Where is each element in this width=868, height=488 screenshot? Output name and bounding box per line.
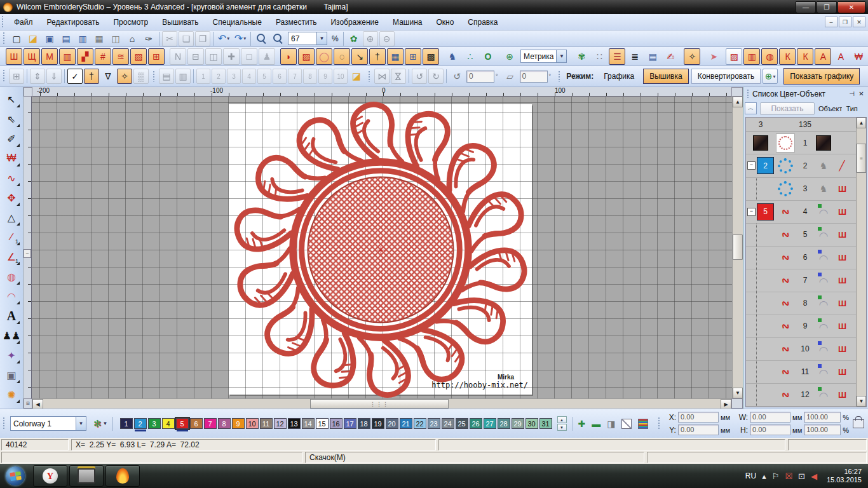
redo-icon[interactable]: ↷▾ (233, 31, 248, 46)
cycle-colors-icon[interactable]: ◨ (607, 419, 615, 429)
h-field[interactable]: 0.00 (750, 424, 790, 435)
color-swatch-17[interactable]: 17 (344, 418, 356, 429)
print-preview-icon[interactable]: ◫ (108, 31, 123, 46)
object-row-2[interactable]: −22♞╱ (746, 154, 856, 177)
colorway-dropdown-icon[interactable]: ▼ (76, 417, 86, 430)
zigzag-left-icon[interactable]: К (779, 48, 796, 65)
needle-point-icon[interactable]: † (369, 48, 386, 65)
contour-fill-icon[interactable]: ≋ (112, 48, 129, 65)
point-run-icon[interactable]: ↘ (351, 48, 368, 65)
language-indicator[interactable]: RU (745, 471, 756, 480)
color-swatch-31[interactable]: 31 (539, 418, 552, 429)
color-swatch-11[interactable]: 11 (260, 418, 273, 429)
measure-units-combo[interactable]: Метрика▼ (520, 50, 567, 63)
start-button[interactable] (3, 466, 28, 486)
w-percent-field[interactable]: 100.00 (804, 412, 841, 423)
motif-run-icon[interactable]: М (41, 48, 58, 65)
object-row-10[interactable]: ∿10◠Ш (746, 338, 856, 361)
mdi-close-icon[interactable]: ✕ (853, 17, 865, 27)
y-field[interactable]: 0.00 (678, 424, 719, 435)
object-row-4[interactable]: −5∿4◠Ш (746, 201, 856, 224)
stitch-object-thumbnail[interactable]: ∿ (778, 364, 792, 380)
color-swatch-9[interactable]: 9 (232, 418, 245, 429)
panel-scroll-down-icon[interactable]: ▼ (857, 396, 866, 407)
horizontal-scroll-thumb[interactable]: ⋮⋮⋮ (310, 399, 449, 409)
colorway-combo[interactable]: Colorway 1 ▼ (10, 416, 86, 431)
vertical-scrollbar[interactable]: ▲ ▼ (732, 97, 743, 398)
auto-hatch-icon[interactable]: ▨ (726, 48, 742, 65)
undo-icon-dropdown[interactable]: ▾ (227, 36, 229, 41)
hoop-globe-icon[interactable]: ⊕▾ (763, 69, 778, 84)
satin-object-icon[interactable]: ◗ (280, 48, 297, 65)
stitch-object-thumbnail[interactable]: ∿ (778, 227, 792, 243)
object-row-6[interactable]: ∿6◠Ш (746, 247, 856, 269)
object-row-11[interactable]: ∿11◠Ш (746, 361, 856, 384)
convert-button[interactable]: Конвертировать (691, 69, 761, 84)
color-swatch-21[interactable]: 21 (400, 418, 412, 429)
color-swatch-29[interactable]: 29 (512, 418, 524, 429)
horizontal-scroll-track[interactable]: ⋮⋮⋮ (43, 399, 721, 409)
rotate-angle-icon[interactable]: ↺ (449, 69, 465, 84)
stitch-list-icon[interactable]: ≣ (627, 48, 643, 65)
thread-chart-icon[interactable] (638, 419, 648, 429)
color-swatch-28[interactable]: 28 (498, 418, 510, 429)
grid-fill-icon[interactable]: # (95, 48, 111, 65)
satin-fill-icon[interactable]: Щ (24, 48, 40, 65)
color-swatch-14[interactable]: 14 (302, 418, 315, 429)
object-row-12[interactable]: ∿12◠Ш (746, 384, 856, 407)
zoom-factor-icon[interactable] (270, 31, 285, 46)
panel-close-icon[interactable]: ✕ (857, 90, 866, 98)
skew-angle-input[interactable]: 0 (520, 71, 548, 83)
overview-window-icon[interactable]: ✿ (346, 31, 362, 46)
sewing-machine-icon[interactable]: ⌂ (125, 31, 140, 46)
column-fill-icon[interactable]: ▥ (59, 48, 76, 65)
buddies-tool[interactable]: ♟♟ (2, 326, 21, 345)
volume-muted-icon[interactable]: ◀ (811, 471, 817, 481)
world-design-icon[interactable]: ⊛ (501, 48, 518, 65)
grid-table-icon[interactable]: ⊞ (405, 48, 421, 65)
stitch-object-thumbnail[interactable]: ∿ (778, 341, 792, 357)
stitch-object-thumbnail[interactable]: ∿ (778, 295, 792, 311)
color-swatch-10[interactable]: 10 (246, 418, 259, 429)
minimize-button[interactable]: — (796, 1, 816, 13)
menu-item-7[interactable]: Изображение (323, 16, 386, 29)
color-swatch-30[interactable]: 30 (526, 418, 538, 429)
scroll-down-icon[interactable]: ▼ (733, 388, 743, 398)
grid-view-icon[interactable]: ▦ (387, 48, 403, 65)
color-swatch-24[interactable]: 24 (442, 418, 454, 429)
node-add-icon[interactable]: ✧ (117, 69, 132, 84)
collapse-all-icon[interactable]: ︿ (745, 102, 757, 114)
clipart-icon[interactable]: ♞ (444, 48, 461, 65)
undo-icon[interactable]: ↶▾ (216, 31, 231, 46)
restore-button[interactable]: ❐ (817, 1, 837, 13)
applique-hatch-icon[interactable]: А (815, 48, 831, 65)
zoom-tool-icon[interactable] (254, 31, 269, 46)
show-graphics-button[interactable]: Показать графику (783, 68, 860, 85)
send-machine-file-icon[interactable]: ▥ (75, 31, 90, 46)
color-group-box[interactable]: 2 (757, 157, 774, 174)
zigzag-fill-icon[interactable]: Ш (6, 48, 22, 65)
palette-settings-icon[interactable]: ✻ (93, 418, 102, 430)
reshape-object-tool[interactable]: ✥ (2, 188, 21, 207)
color-swatch-22[interactable]: 22 (414, 418, 426, 429)
bitmap-icon[interactable]: ▩ (423, 48, 439, 65)
yandex-browser-app[interactable]: Y (33, 465, 67, 487)
node-edit-tool[interactable]: △ (2, 208, 21, 227)
circle-fill-tool[interactable]: ◍ (2, 267, 21, 286)
border-fill-icon[interactable]: ⊞ (148, 48, 165, 65)
vertical-scroll-thumb[interactable] (733, 234, 743, 260)
palette-settings-dropdown-icon[interactable]: ▼ (103, 421, 108, 426)
design-canvas[interactable]: Mirka http://hooby-mix.net/ (32, 97, 732, 398)
color-swatch-19[interactable]: 19 (372, 418, 384, 429)
freehand-tool[interactable]: ∿ (2, 168, 21, 187)
aspect-lock-icon[interactable] (853, 419, 864, 428)
media-player-app[interactable] (69, 465, 104, 487)
wilcom-app[interactable] (105, 465, 140, 487)
stitch-object-thumbnail[interactable]: ∿ (778, 203, 792, 219)
stitch-object-thumbnail[interactable]: ∿ (778, 318, 792, 334)
zoom-level-combo-arrow-icon[interactable]: ▼ (316, 32, 327, 44)
new-design-icon[interactable]: ▢ (9, 31, 24, 46)
color-swatch-25[interactable]: 25 (456, 418, 468, 429)
select-tool[interactable]: ↖ (2, 90, 21, 109)
lettering-tool[interactable]: A (2, 306, 21, 325)
